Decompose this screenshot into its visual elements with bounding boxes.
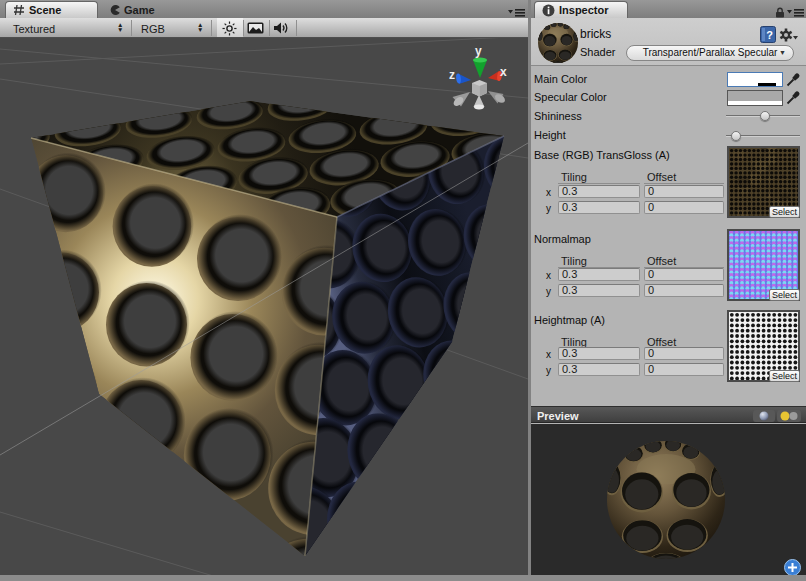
svg-text:y: y — [475, 44, 482, 58]
svg-text:x: x — [500, 65, 507, 79]
svg-text:z: z — [449, 68, 455, 82]
svg-text:?: ? — [766, 29, 773, 41]
